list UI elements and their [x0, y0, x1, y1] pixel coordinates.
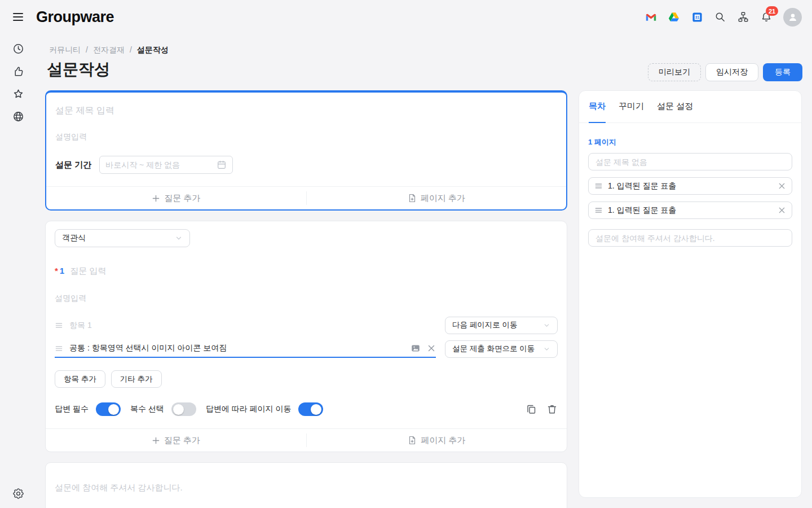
panel-title-input[interactable] [595, 157, 785, 167]
left-rail [0, 34, 36, 508]
choice-item-input[interactable] [69, 321, 436, 330]
side-panel: 목차 꾸미기 설문 설정 1 페이지 1. 입력된 질문 표출 1. 입력된 질… [579, 90, 802, 498]
item-jump-select[interactable]: 다음 페이지로 이동 [445, 317, 558, 334]
survey-period-input[interactable] [105, 160, 217, 169]
question-card[interactable]: 객관식 * 1 다음 페이지로 이동 [45, 221, 567, 452]
tab-toc[interactable]: 목차 [589, 91, 606, 123]
question-description-input[interactable] [55, 292, 558, 304]
question-number: 1 [60, 266, 64, 275]
closing-thanks-input[interactable] [55, 481, 558, 493]
plus-icon [152, 194, 160, 203]
choice-item-row: 설문 제출 화면으로 이동 [55, 340, 558, 358]
avatar[interactable] [783, 8, 802, 27]
notification-badge: 21 [766, 6, 778, 16]
required-answer-label: 답변 필수 [55, 404, 89, 414]
toc-item-label: 1. 입력된 질문 표출 [608, 205, 773, 216]
page-add-icon [408, 436, 417, 445]
hamburger-menu-icon[interactable] [11, 10, 25, 24]
globe-icon[interactable] [10, 108, 26, 124]
breadcrumb-approval[interactable]: 전자결재 [93, 45, 125, 55]
plus-icon [152, 436, 160, 445]
calendar-field-icon[interactable] [217, 160, 227, 170]
choice-item-row: 다음 페이지로 이동 [55, 316, 558, 334]
orgchart-icon[interactable] [737, 11, 749, 23]
panel-page-label: 1 페이지 [588, 137, 792, 147]
page-add-icon [408, 194, 417, 203]
star-icon[interactable] [10, 86, 26, 102]
multi-select-label: 복수 선택 [130, 404, 164, 414]
close-icon[interactable] [778, 182, 786, 190]
notifications[interactable]: 21 [760, 11, 773, 23]
delete-question-icon[interactable] [546, 404, 558, 415]
breadcrumb: 커뮤니티 / 전자결재 / 설문작성 [49, 45, 169, 55]
survey-description-input[interactable] [55, 131, 557, 142]
add-page-button[interactable]: 페이지 추가 [307, 429, 567, 452]
add-page-button[interactable]: 페이지 추가 [307, 187, 567, 209]
breadcrumb-current: 설문작성 [137, 45, 169, 55]
breadcrumb-separator: / [130, 45, 132, 55]
tab-survey-settings[interactable]: 설문 설정 [657, 91, 693, 123]
chevron-down-icon [543, 322, 550, 329]
thumbs-up-icon[interactable] [10, 63, 26, 79]
branching-toggle[interactable] [298, 402, 323, 416]
app-header: Groupware 31 [0, 0, 812, 34]
add-item-button[interactable]: 항목 추가 [55, 370, 105, 388]
choice-item-input[interactable] [69, 344, 404, 353]
content-area: 커뮤니티 / 전자결재 / 설문작성 설문작성 미리보기 임시저장 등록 설문 … [36, 34, 812, 508]
drag-handle-icon[interactable] [55, 321, 63, 330]
close-icon[interactable] [778, 206, 786, 214]
add-question-button[interactable]: 질문 추가 [46, 187, 306, 209]
gmail-icon[interactable] [645, 11, 657, 23]
breadcrumb-separator: / [86, 45, 88, 55]
survey-title-input[interactable] [55, 104, 557, 117]
chevron-down-icon [543, 345, 550, 353]
drag-handle-icon[interactable] [594, 206, 603, 214]
required-mark: * [55, 266, 58, 275]
panel-thanks-field[interactable] [588, 229, 792, 247]
chevron-down-icon [175, 234, 183, 242]
panel-tabs: 목차 꾸미기 설문 설정 [579, 91, 801, 123]
drag-handle-icon[interactable] [55, 344, 63, 353]
branching-label: 답변에 따라 페이지 이동 [206, 404, 292, 414]
item-jump-select[interactable]: 설문 제출 화면으로 이동 [445, 340, 558, 358]
survey-title-card[interactable]: 설문 기간 질문 추가 페이지 추가 [45, 90, 567, 211]
required-answer-toggle[interactable] [96, 402, 121, 416]
toc-item[interactable]: 1. 입력된 질문 표출 [588, 177, 792, 195]
multi-select-toggle[interactable] [171, 402, 196, 416]
question-text-input[interactable] [70, 264, 558, 277]
drive-icon[interactable] [668, 11, 680, 23]
settings-gear-icon[interactable] [10, 485, 26, 501]
register-button[interactable]: 등록 [763, 63, 802, 81]
closing-message-card[interactable] [45, 462, 567, 508]
question-type-value: 객관식 [62, 233, 86, 243]
preview-button[interactable]: 미리보기 [648, 63, 701, 81]
survey-period-field[interactable] [99, 156, 233, 174]
card-footer: 질문 추가 페이지 추가 [46, 186, 566, 209]
page-actions: 미리보기 임시저장 등록 [648, 63, 802, 81]
breadcrumb-community[interactable]: 커뮤니티 [49, 45, 81, 55]
toc-item-label: 1. 입력된 질문 표출 [608, 181, 773, 191]
remove-item-icon[interactable] [427, 344, 436, 353]
image-attach-icon[interactable] [411, 343, 421, 353]
drag-handle-icon[interactable] [594, 182, 603, 190]
panel-thanks-input[interactable] [595, 234, 785, 243]
toc-item[interactable]: 1. 입력된 질문 표출 [588, 202, 792, 219]
svg-text:31: 31 [695, 15, 699, 19]
temp-save-button[interactable]: 임시저장 [705, 63, 758, 81]
history-clock-icon[interactable] [10, 41, 26, 56]
page-title: 설문작성 [47, 59, 110, 80]
panel-title-field[interactable] [588, 153, 792, 170]
app-logo: Groupware [36, 8, 114, 26]
question-type-select[interactable]: 객관식 [55, 229, 190, 247]
add-question-button[interactable]: 질문 추가 [46, 429, 306, 452]
card-footer: 질문 추가 페이지 추가 [46, 428, 567, 452]
survey-period-label: 설문 기간 [55, 160, 91, 170]
calendar-icon[interactable]: 31 [691, 11, 703, 23]
copy-question-icon[interactable] [526, 404, 537, 415]
search-icon[interactable] [714, 11, 726, 23]
tab-decorate[interactable]: 꾸미기 [619, 91, 644, 123]
add-etc-button[interactable]: 기타 추가 [111, 370, 162, 388]
